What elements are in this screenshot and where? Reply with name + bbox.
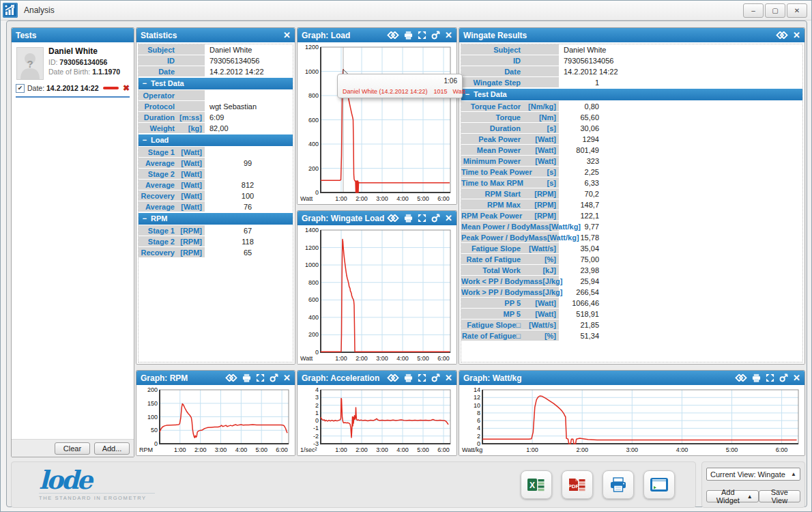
- svg-text:4: 4: [477, 425, 480, 431]
- svg-text:0: 0: [315, 417, 319, 424]
- workspace: Tests ? Daniel White ID: 793056134056 Da…: [6, 20, 807, 507]
- section-header[interactable]: −Load: [139, 134, 293, 147]
- row-unit: [s]: [532, 167, 556, 177]
- wingate-load-chart[interactable]: 02004006008001000120014001:002:003:004:0…: [299, 227, 455, 362]
- collapse-icon[interactable]: −: [139, 134, 151, 146]
- presentation-icon: [650, 477, 669, 492]
- close-icon[interactable]: ✕: [445, 373, 452, 382]
- row-unit: [kJ]: [521, 265, 556, 276]
- maximize-widget-icon[interactable]: [418, 214, 426, 223]
- collapse-icon[interactable]: −: [139, 78, 151, 89]
- statistics-panel-header[interactable]: Statistics ✕: [136, 28, 295, 42]
- remove-test-icon[interactable]: ✖: [123, 83, 130, 93]
- svg-text:0: 0: [154, 440, 158, 447]
- row-label: Protocol: [139, 101, 175, 112]
- collapse-icon[interactable]: −: [139, 213, 151, 225]
- print-icon[interactable]: [404, 373, 413, 382]
- save-view-button[interactable]: Save View: [759, 490, 800, 502]
- print-icon[interactable]: [404, 214, 413, 223]
- link-icon[interactable]: [387, 214, 399, 223]
- row-unit: [RPM]: [522, 210, 556, 221]
- detach-icon[interactable]: [431, 373, 440, 382]
- svg-text:6:00: 6:00: [776, 446, 788, 453]
- table-row: Peak Power[Watt]1294: [461, 134, 802, 145]
- row-unit: [Watt]: [521, 134, 556, 145]
- row-label: Time to Max RPM: [461, 177, 523, 188]
- section-title: Load: [151, 134, 169, 146]
- link-icon[interactable]: [225, 373, 237, 382]
- graph-rpm-header[interactable]: Graph: RPM ✕: [136, 371, 295, 385]
- close-icon[interactable]: ✕: [793, 373, 800, 382]
- maximize-widget-icon[interactable]: [766, 373, 774, 382]
- row-value: 6,33: [564, 177, 599, 188]
- link-icon[interactable]: [735, 373, 747, 382]
- section-title: Test Data: [474, 89, 507, 100]
- print-icon[interactable]: [242, 373, 251, 382]
- graph-wingate-load-header[interactable]: Graph: Wingate Load ✕: [298, 211, 456, 225]
- maximize-button[interactable]: ▢: [765, 3, 785, 18]
- maximize-widget-icon[interactable]: [418, 373, 426, 382]
- detach-icon[interactable]: [431, 214, 440, 223]
- section-header[interactable]: −Test Data: [461, 88, 802, 101]
- print-icon[interactable]: [752, 373, 761, 382]
- close-icon[interactable]: ✕: [445, 214, 452, 223]
- close-button[interactable]: ✕: [787, 3, 807, 18]
- clear-button[interactable]: Clear: [55, 442, 90, 455]
- export-pdf-button[interactable]: PDF: [562, 470, 593, 499]
- table-row: Mean Power[Watt]801,49: [461, 145, 802, 156]
- print-icon[interactable]: [404, 31, 413, 40]
- maximize-widget-icon[interactable]: [418, 31, 426, 40]
- add-button[interactable]: Add...: [94, 442, 130, 455]
- link-icon[interactable]: [776, 31, 788, 40]
- tests-panel-header[interactable]: Tests: [12, 28, 134, 42]
- add-widget-button[interactable]: Add Widget▲: [706, 490, 759, 502]
- table-row: ID793056134056: [139, 55, 293, 66]
- detach-icon[interactable]: [431, 31, 440, 40]
- row-label: Torque: [461, 112, 521, 123]
- section-header[interactable]: −Test Data: [139, 77, 293, 90]
- svg-text:0: 0: [315, 349, 319, 356]
- rpm-chart[interactable]: 0501001502001:002:003:004:005:006:00RPM: [138, 386, 293, 454]
- print-button[interactable]: [603, 470, 634, 499]
- test-list-item[interactable]: ? Daniel White ID: 793056134056 Date of …: [13, 44, 132, 98]
- close-icon[interactable]: ✕: [283, 31, 291, 40]
- statistics-panel-title: Statistics: [141, 31, 177, 40]
- svg-text:RPM: RPM: [139, 446, 153, 453]
- test-date-checkbox[interactable]: ✔: [16, 84, 25, 93]
- svg-text:800: 800: [308, 279, 319, 286]
- table-row: Stage 2[RPM]118: [139, 236, 293, 247]
- detach-icon[interactable]: [779, 373, 788, 382]
- graph-acceleration-header[interactable]: Graph: Acceleration ✕: [298, 371, 456, 385]
- link-icon[interactable]: [387, 31, 399, 40]
- collapse-icon[interactable]: −: [461, 89, 474, 100]
- section-header[interactable]: −RPM: [139, 212, 293, 225]
- load-chart[interactable]: 0200400600800100012001:002:003:004:005:0…: [299, 44, 455, 203]
- row-unit: [Watt]: [521, 156, 556, 167]
- graph-wattkg-title: Graph: Watt/kg: [463, 373, 522, 383]
- maximize-widget-icon[interactable]: [256, 373, 265, 382]
- svg-text:1:00: 1:00: [335, 446, 347, 453]
- current-view-select[interactable]: Current View: Wingate ▲: [706, 468, 800, 481]
- wattkg-chart[interactable]: 024681012141:002:003:004:005:006:00Watt/…: [461, 386, 803, 454]
- presentation-button[interactable]: [643, 470, 675, 499]
- row-unit: [RPM]: [521, 199, 556, 210]
- svg-text:2:00: 2:00: [356, 446, 368, 453]
- acceleration-chart[interactable]: -3-2-1012341:002:003:004:005:006:001/sec…: [299, 386, 455, 454]
- detach-icon[interactable]: [270, 373, 278, 382]
- row-value: 266,54: [564, 287, 599, 298]
- svg-text:-2: -2: [313, 433, 319, 440]
- link-icon[interactable]: [387, 373, 399, 382]
- graph-load-header[interactable]: Graph: Load ✕: [298, 28, 456, 42]
- table-row: Average[Watt]76: [139, 201, 293, 212]
- row-unit: [kg]: [175, 123, 202, 134]
- close-icon[interactable]: ✕: [283, 373, 291, 382]
- wingate-results-header[interactable]: Wingate Results ✕: [459, 28, 804, 42]
- svg-text:6:00: 6:00: [437, 355, 450, 362]
- close-icon[interactable]: ✕: [793, 31, 800, 40]
- table-row: Work < PP / Bodymass[J/kg]25,94: [461, 276, 802, 287]
- close-icon[interactable]: ✕: [445, 31, 452, 40]
- row-label: ID: [461, 55, 521, 66]
- graph-wattkg-header[interactable]: Graph: Watt/kg ✕: [459, 371, 804, 385]
- export-excel-button[interactable]: X: [521, 470, 552, 499]
- minimize-button[interactable]: –: [743, 3, 764, 18]
